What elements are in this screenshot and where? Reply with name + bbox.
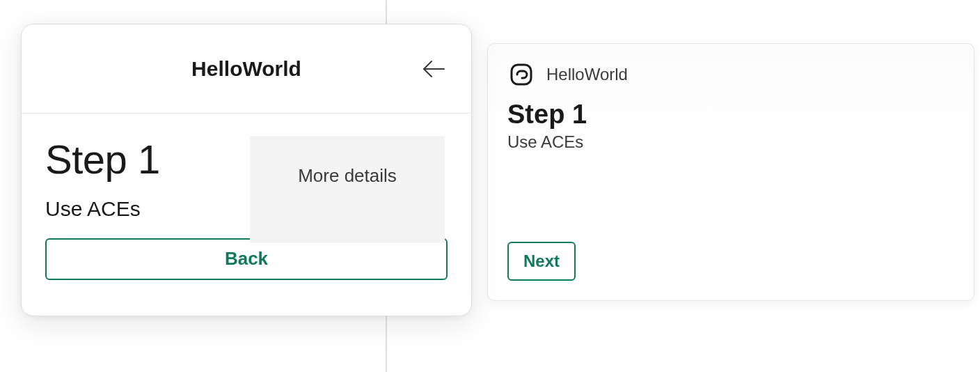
link-icon: [507, 61, 535, 88]
dialog-title: HelloWorld: [191, 57, 301, 81]
back-arrow-icon[interactable]: [421, 56, 446, 82]
preview-step-title: Step 1: [507, 100, 954, 130]
dialog-card: HelloWorld Step 1 Use ACEs More details …: [21, 24, 472, 316]
back-button[interactable]: Back: [45, 238, 448, 280]
dialog-body: Step 1 Use ACEs More details: [22, 114, 471, 221]
preview-card: HelloWorld Step 1 Use ACEs Next: [487, 43, 974, 301]
dialog-header: HelloWorld: [22, 24, 471, 114]
more-details-label: More details: [298, 165, 397, 187]
preview-title: HelloWorld: [546, 65, 628, 84]
more-details-panel[interactable]: More details: [250, 136, 445, 243]
preview-step-subtitle: Use ACEs: [507, 132, 954, 152]
back-button-label: Back: [225, 248, 268, 270]
next-button[interactable]: Next: [507, 242, 576, 281]
preview-header: HelloWorld: [507, 61, 954, 88]
next-button-label: Next: [523, 251, 560, 271]
